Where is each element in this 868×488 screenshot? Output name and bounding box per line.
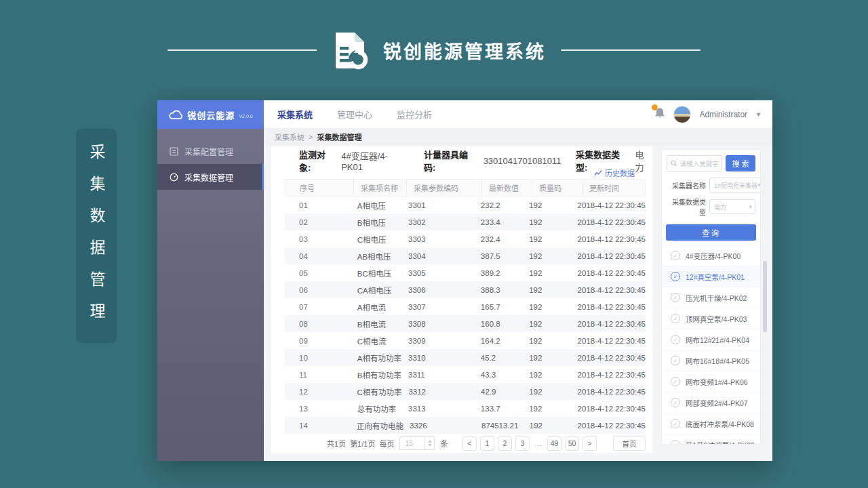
sidebar-item-collect-config[interactable]: 采集配置管理	[157, 138, 264, 164]
table-cell: AB相电压	[351, 247, 401, 264]
table-cell: A相电流	[351, 298, 401, 315]
datatype-row: 采集数据类型 电力 ▾	[662, 195, 760, 219]
table-cell: 2018-4-12 22:30:45	[571, 298, 646, 315]
table-cell: 192	[522, 332, 570, 349]
check-circle-icon: ✓	[671, 335, 680, 344]
table-row: 03C相电压3303232.41922018-4-12 22:30:45	[285, 230, 646, 247]
device-item[interactable]: ✓12#真空泵/4-PK01	[662, 266, 760, 287]
table-cell: CA相电压	[351, 281, 401, 298]
tab-management-center[interactable]: 管理中心	[337, 108, 372, 121]
page-size-select[interactable]: 15	[399, 436, 435, 450]
device-item[interactable]: ✓4#变压器/4-PK00	[662, 245, 760, 266]
nav-tabs: 采集系统 管理中心 监控分析	[277, 108, 432, 121]
data-type-value: 电力	[635, 148, 652, 174]
scrollbar-thumb[interactable]	[763, 261, 767, 332]
table-cell: 14	[292, 417, 350, 434]
table-cell: 3308	[401, 315, 474, 332]
device-name: 12#真空泵/4-PK01	[686, 272, 745, 282]
page-button[interactable]: 3	[515, 436, 530, 451]
column-header: 更新时间	[582, 180, 645, 196]
pagination-bar: 共1页 第1/1页 每页 15 条 < 123...4950> 首页	[271, 434, 652, 453]
device-item[interactable]: ✓网布变频1#/4-PK06	[662, 371, 760, 392]
tab-monitor-analysis[interactable]: 监控分析	[397, 108, 432, 121]
table-cell: 3311	[401, 366, 474, 383]
monitor-info-bar: 监测对象: 4#变压器/4-PK01 计量器具编码: 3301041701081…	[271, 146, 652, 167]
topbar: 采集系统 管理中心 监控分析 Administrator ▼	[264, 100, 772, 129]
search-input[interactable]	[680, 160, 719, 167]
avatar[interactable]	[673, 106, 691, 123]
device-name: 顶网真空泵/4-PK03	[686, 314, 747, 324]
check-circle-icon: ✓	[671, 398, 680, 407]
vertical-section-label: 采集数据管理	[76, 129, 117, 343]
page-button[interactable]: 50	[565, 436, 579, 451]
next-page-button[interactable]: >	[583, 436, 597, 451]
device-item[interactable]: ✓芯1芯2冲浆泵/4-PK09	[662, 434, 760, 445]
query-button[interactable]: 查询	[666, 224, 756, 241]
table-cell: 42.9	[474, 383, 522, 400]
page-buttons: < 123...4950>	[462, 436, 597, 451]
table-cell: 164.2	[474, 332, 522, 349]
device-item[interactable]: ✓网布16#18#/4-PK05	[662, 350, 760, 371]
table-cell: 45.2	[474, 349, 522, 366]
collector-select[interactable]: 1#配电柜采集器 ▾	[709, 178, 761, 192]
breadcrumb: 采集系统 > 采集数据管理	[264, 129, 772, 145]
collector-row: 采集器名称 1#配电柜采集器 ▾	[662, 176, 760, 195]
table-cell: 13	[292, 400, 351, 417]
table-cell: 192	[522, 315, 570, 332]
table-row: 13总有功功率3313133.71922018-4-12 22:30:45	[285, 400, 646, 417]
page-button[interactable]: 1	[480, 436, 494, 451]
notification-bell-icon[interactable]	[654, 107, 665, 122]
app-window: 锐创云能源 V2.0.0 采集配置管理 采集	[157, 100, 772, 461]
line-chart-icon	[594, 169, 602, 176]
table-cell: BC相电压	[351, 264, 401, 281]
sidebar-logo: 锐创云能源 V2.0.0	[157, 100, 264, 129]
table-cell: 06	[292, 281, 351, 298]
table-cell: 08	[292, 315, 351, 332]
tab-collect-system[interactable]: 采集系统	[277, 108, 313, 121]
table-cell: 2018-4-12 22:30:45	[571, 315, 646, 332]
user-area: Administrator ▼	[654, 106, 762, 123]
table-cell: 11	[292, 366, 351, 383]
spinner-icon[interactable]	[425, 437, 434, 449]
sidebar-item-collect-data[interactable]: 采集数据管理	[157, 164, 264, 190]
table-cell: 3301	[401, 197, 474, 214]
device-item[interactable]: ✓底面衬冲浆泵/4-PK08	[662, 413, 760, 434]
table-cell: 3309	[401, 332, 474, 349]
check-circle-icon: ✓	[671, 377, 680, 386]
history-data-link[interactable]: 历史数据	[605, 167, 635, 178]
page-button[interactable]: 2	[498, 436, 512, 451]
per-page-unit: 条	[440, 438, 448, 449]
table-cell: 总有功功率	[351, 400, 401, 417]
table-cell: B相电压	[351, 214, 401, 230]
breadcrumb-parent[interactable]: 采集系统	[275, 131, 304, 142]
table-cell: 192	[522, 247, 570, 264]
check-circle-icon: ✓	[671, 314, 680, 323]
chevron-down-icon[interactable]: ▼	[755, 111, 762, 118]
column-header: 最新数值	[481, 180, 532, 196]
table-cell: 232.2	[474, 197, 522, 214]
search-button[interactable]: 搜 索	[726, 155, 755, 171]
first-page-button[interactable]: 首页	[613, 436, 646, 451]
page-size-value: 15	[400, 439, 425, 447]
device-item[interactable]: ✓顶网真空泵/4-PK03	[662, 308, 760, 329]
table-cell: 3305	[401, 264, 474, 281]
slide-background: 锐创能源管理系统 采集数据管理 锐创云能源 V2.0.0	[0, 0, 868, 488]
table-cell: 2018-4-12 22:30:45	[571, 214, 646, 230]
prev-page-button[interactable]: <	[462, 436, 477, 451]
table-cell: 2018-4-12 22:30:45	[571, 332, 646, 349]
table-cell: 192	[523, 417, 571, 434]
table-cell: 3307	[401, 298, 474, 315]
document-refresh-icon	[332, 30, 368, 70]
page-button[interactable]: 49	[547, 436, 561, 451]
device-item[interactable]: ✓压光机干燥/4-PK02	[662, 287, 760, 308]
device-item[interactable]: ✓网布12#21#/4-PK04	[662, 329, 760, 350]
filter-panel: 搜 索 采集器名称 1#配电柜采集器 ▾ 采集数据类型 电力 ▾ 查询	[661, 149, 761, 445]
table-cell: 09	[292, 332, 351, 349]
device-item[interactable]: ✓网部变频2#/4-PK07	[662, 392, 760, 413]
table-row: 05BC相电压3305389.21922018-4-12 22:30:45	[285, 264, 646, 281]
device-name: 网部变频2#/4-PK07	[686, 398, 748, 408]
search-icon	[671, 159, 677, 167]
table-cell: 2018-4-12 22:30:45	[571, 281, 646, 298]
username[interactable]: Administrator	[699, 110, 747, 119]
datatype-select[interactable]: 电力 ▾	[709, 199, 755, 214]
